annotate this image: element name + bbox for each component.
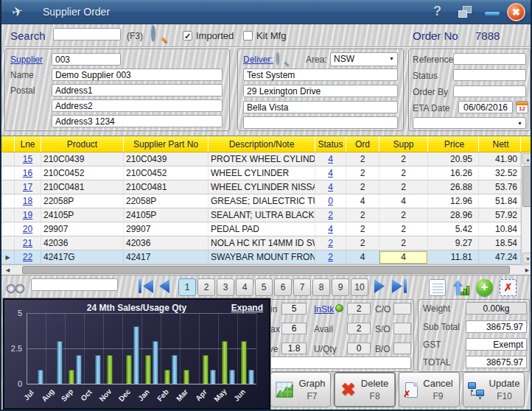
deliver-link[interactable]: Deliver: — [243, 55, 273, 65]
product-cell[interactable]: 29907 — [41, 222, 124, 236]
product-cell[interactable]: 24105P — [41, 208, 124, 222]
supp-cell[interactable]: 2 — [379, 222, 428, 236]
description-cell[interactable]: SWAYBAR MOUNT FRONT ... — [209, 250, 315, 264]
nett-cell[interactable]: 53.76 — [479, 180, 521, 194]
table-row[interactable]: 19 24105P 24105P SEALANT; ULTRA BLACK H.… — [1, 208, 532, 222]
kit-mfg-checkbox[interactable] — [243, 31, 253, 41]
stock-import-icon[interactable] — [452, 279, 469, 296]
deliver-line2-field[interactable] — [243, 85, 398, 97]
uqty-field[interactable]: 0 — [347, 342, 371, 354]
description-cell[interactable]: WHEEL CYLINDER — [209, 166, 315, 180]
update-button[interactable]: UpdateF10 — [463, 372, 525, 407]
table-row[interactable]: 17 210C0481 210C0481 WHEEL CYLINDER NISS… — [1, 180, 532, 194]
address3-field[interactable] — [52, 115, 223, 127]
nett-cell[interactable]: 51.84 — [479, 194, 521, 208]
instk-field[interactable]: 2 — [347, 303, 371, 315]
instk-link[interactable]: InStk — [314, 304, 334, 315]
calendar-icon[interactable]: 12 — [516, 101, 528, 113]
price-cell[interactable]: 11.81 — [428, 250, 479, 264]
status-link[interactable]: 2 — [315, 208, 346, 222]
supplier-name-field[interactable] — [52, 68, 223, 81]
last-page-button[interactable] — [392, 279, 407, 293]
page-button-8[interactable]: 8 — [312, 278, 330, 296]
supp-cell[interactable]: 4 — [379, 194, 428, 208]
table-row[interactable]: 21 42036 42036 NOLA HC KIT 14MM ID SW...… — [1, 236, 532, 250]
nett-cell[interactable]: 57.92 — [479, 208, 521, 222]
next-page-button[interactable] — [374, 279, 385, 293]
supplier-part-cell[interactable]: 42036 — [124, 236, 209, 250]
ord-cell[interactable]: 4 — [346, 194, 379, 208]
search-input[interactable] — [53, 28, 121, 41]
co-field[interactable] — [393, 303, 411, 315]
product-cell[interactable]: 210C0452 — [41, 166, 124, 180]
horizontal-scroll-thumb[interactable] — [22, 266, 510, 274]
page-button-10[interactable]: 10 — [351, 278, 368, 296]
area-select[interactable]: NSW▼ — [330, 52, 398, 66]
table-row[interactable]: 18 22058P 22058P GREASE; DIALECTRIC TU..… — [1, 194, 532, 208]
page-button-4[interactable]: 4 — [236, 278, 253, 296]
table-row[interactable]: 16 210C0452 210C0452 WHEEL CYLINDER 4 2 … — [1, 166, 532, 180]
eta-date-field[interactable] — [458, 101, 513, 113]
pager-search-input[interactable] — [31, 278, 118, 291]
price-cell[interactable]: 9.27 — [428, 236, 479, 250]
ord-cell[interactable]: 2 — [346, 180, 379, 194]
supplier-part-cell[interactable]: 210C0439 — [124, 152, 209, 166]
status-field[interactable] — [453, 69, 526, 81]
close-icon[interactable]: ✖ — [507, 3, 525, 21]
lne-link[interactable]: 20 — [15, 222, 41, 236]
add-line-icon[interactable]: + — [476, 279, 493, 296]
deliver-line4-field[interactable] — [243, 116, 398, 129]
product-cell[interactable]: 42417G — [41, 250, 124, 264]
supplier-link[interactable]: Supplier — [10, 55, 43, 65]
address2-field[interactable] — [52, 99, 223, 112]
supp-cell[interactable]: 2 — [379, 236, 428, 250]
header-supp[interactable]: Supp — [379, 136, 428, 152]
vertical-scroll-thumb[interactable] — [522, 166, 532, 207]
page-button-1[interactable]: 1 — [178, 278, 196, 296]
status-link[interactable]: 2 — [315, 236, 346, 250]
delete-line-icon[interactable]: ✗ — [500, 279, 517, 296]
order-by-field[interactable] — [453, 85, 526, 97]
ord-cell[interactable]: 2 — [346, 222, 379, 236]
notes-icon[interactable] — [429, 279, 446, 296]
ave-field[interactable]: 1.8 — [281, 342, 307, 354]
product-cell[interactable]: 210C0481 — [41, 180, 124, 194]
lne-link[interactable]: 21 — [15, 236, 41, 250]
deliver-magnifier-icon[interactable] — [276, 54, 280, 64]
windows-cascade-icon[interactable] — [458, 6, 472, 18]
status-link[interactable]: 4 — [315, 166, 346, 180]
supplier-part-cell[interactable]: 22058P — [124, 194, 209, 208]
graph-button[interactable]: GraphF7 — [270, 372, 331, 407]
page-button-2[interactable]: 2 — [197, 278, 215, 296]
prev-page-button[interactable] — [159, 279, 169, 293]
nett-cell[interactable]: 47.24 — [479, 250, 521, 264]
header-ord[interactable]: Ord — [346, 136, 379, 152]
bo-field[interactable] — [393, 342, 411, 354]
so-field[interactable] — [393, 323, 411, 334]
supplier-part-cell[interactable]: 42417 — [124, 250, 209, 264]
help-icon[interactable]: ? — [433, 4, 441, 19]
table-row[interactable]: 15 210C0439 210C0439 PROTEX WHEEL CYLIND… — [1, 152, 532, 166]
status-link[interactable]: 4 — [315, 180, 346, 194]
scroll-up-icon[interactable]: ▲ — [522, 153, 532, 164]
price-cell[interactable]: 26.88 — [428, 180, 479, 194]
order-type-select[interactable]: ▼ — [413, 117, 526, 129]
line-note-input[interactable] — [262, 356, 411, 369]
status-link[interactable]: 4 — [315, 152, 346, 166]
header-description[interactable]: Description/Note — [209, 136, 315, 152]
search-magnifier-icon[interactable] — [151, 27, 155, 41]
delete-button[interactable]: ✖ DeleteF8 — [334, 372, 396, 407]
address1-field[interactable] — [52, 84, 223, 96]
imported-checkbox[interactable]: ✓ — [183, 31, 192, 41]
lne-link[interactable]: 22 — [15, 250, 41, 264]
status-link[interactable]: 4 — [315, 222, 346, 236]
header-supplier-part-no[interactable]: Supplier Part No — [124, 136, 209, 152]
supp-cell[interactable]: 2 — [379, 208, 428, 222]
binoculars-icon[interactable] — [6, 281, 25, 294]
product-cell[interactable]: 210C0439 — [41, 152, 124, 166]
lne-link[interactable]: 15 — [15, 152, 41, 166]
ord-cell[interactable]: 2 — [346, 236, 379, 250]
ord-cell[interactable]: 4 — [346, 250, 379, 264]
price-cell[interactable]: 5.42 — [428, 222, 479, 236]
nett-cell[interactable]: 41.90 — [479, 152, 521, 166]
